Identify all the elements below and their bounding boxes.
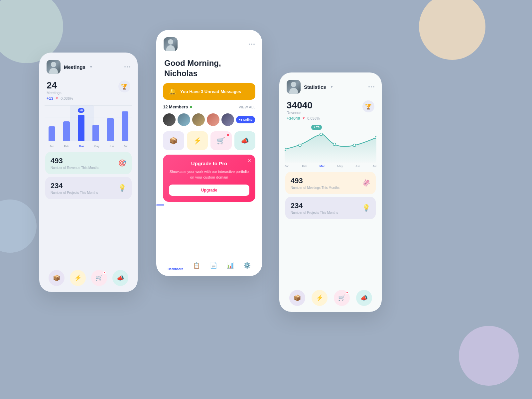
svg-point-1 bbox=[299, 144, 301, 147]
left-info-card-1: 493 Number of Revenue This Months 🎯 bbox=[45, 152, 132, 174]
center-tab-bar: ≡ Dashboard 📋 📄 📊 ⚙️ bbox=[156, 255, 262, 276]
qa-card-3[interactable]: 🛒 bbox=[210, 131, 232, 150]
left-info-label-1: Number of Revenue This Months bbox=[51, 166, 99, 170]
left-dropdown-icon[interactable]: ▾ bbox=[90, 65, 92, 69]
upgrade-close-btn[interactable]: ✕ bbox=[247, 158, 251, 163]
right-label-feb: Feb bbox=[302, 165, 307, 168]
right-info-icon-1: 🦑 bbox=[362, 179, 370, 187]
left-nav-icon-1[interactable]: 📦 bbox=[49, 270, 65, 286]
online-badge[interactable]: +8 Online bbox=[236, 116, 255, 123]
tab-indicator bbox=[156, 204, 164, 205]
members-online-dot bbox=[190, 106, 192, 108]
right-info-icon-2: 💡 bbox=[362, 204, 370, 212]
tab-dashboard-label: Dashboard bbox=[168, 267, 183, 271]
avatars-row: +8 Online bbox=[156, 113, 262, 126]
svg-point-2 bbox=[320, 133, 323, 136]
members-row: 12 Members VIEW ALL bbox=[156, 104, 262, 109]
left-stat-label: Meetings bbox=[47, 91, 73, 95]
members-count: 12 Members bbox=[163, 104, 188, 109]
line-chart-svg bbox=[285, 123, 376, 163]
center-greeting: Good Morning, Nicholas bbox=[156, 55, 262, 83]
right-nav-icon-4[interactable]: 📣 bbox=[356, 290, 372, 306]
left-info-icon-1: 🎯 bbox=[118, 159, 126, 167]
phone-center: Good Morning, Nicholas 🔔 You Have 3 Unre… bbox=[156, 30, 262, 276]
right-label-jan: Jan bbox=[285, 165, 290, 168]
svg-point-0 bbox=[285, 148, 286, 151]
center-greeting-line2: Nicholas bbox=[164, 68, 254, 78]
center-dots-menu[interactable] bbox=[249, 44, 255, 45]
right-change-pct: 0.036% bbox=[307, 116, 320, 120]
tab-calendar[interactable]: 📋 bbox=[193, 262, 200, 269]
right-stats: 34040 Revenue +34040 ▼ 0.036% 🏆 bbox=[279, 97, 382, 123]
center-greeting-line1: Good Morning, bbox=[164, 58, 254, 68]
qa-badge-3 bbox=[227, 134, 229, 136]
right-header: Statistics ▾ bbox=[279, 72, 382, 97]
upgrade-button[interactable]: Upgrade bbox=[169, 185, 249, 196]
svg-point-5 bbox=[375, 136, 376, 139]
member-avatar-2 bbox=[178, 113, 190, 126]
right-label-mar: Mar bbox=[320, 165, 325, 168]
bars-container: +8 bbox=[45, 105, 132, 141]
member-avatar-4 bbox=[207, 113, 219, 126]
right-line-chart: + 75 Jan Feb Mar May Jun Jul bbox=[279, 123, 382, 169]
tab-docs[interactable]: 📄 bbox=[210, 262, 217, 269]
right-bottom-nav: 📦 ⚡ 🛒 📣 bbox=[279, 290, 382, 306]
right-dots-menu[interactable] bbox=[368, 86, 374, 87]
left-stat-icon: 🏆 bbox=[118, 80, 130, 92]
right-header-left: Statistics ▾ bbox=[287, 80, 333, 94]
tab-settings[interactable]: ⚙️ bbox=[243, 262, 251, 269]
qa-icon-4: 📣 bbox=[241, 137, 249, 145]
member-avatar-3 bbox=[192, 113, 205, 126]
svg-point-3 bbox=[333, 143, 336, 146]
right-info-label-1: Number of Meetings This Months bbox=[291, 186, 339, 190]
message-text: You Have 3 Unread Messages bbox=[180, 89, 241, 94]
left-title: Meetings bbox=[64, 64, 85, 70]
tab-stats[interactable]: 📊 bbox=[226, 262, 234, 269]
right-nav-icon-2[interactable]: ⚡ bbox=[312, 290, 328, 306]
bar-label-jul: Jul bbox=[124, 145, 128, 148]
left-header: Meetings ▾ bbox=[39, 53, 138, 77]
qa-card-4[interactable]: 📣 bbox=[234, 131, 256, 150]
left-info-card-2: 234 Number of Projects This Months 💡 bbox=[45, 177, 132, 199]
tab-dashboard-icon: ≡ bbox=[174, 260, 178, 267]
left-nav-icon-3[interactable]: 🛒 bbox=[91, 270, 107, 286]
qa-icon-2: ⚡ bbox=[193, 137, 201, 145]
tab-stats-icon: 📊 bbox=[226, 262, 234, 269]
view-all-link[interactable]: VIEW ALL bbox=[239, 105, 255, 109]
tab-docs-icon: 📄 bbox=[210, 262, 217, 269]
bar-labels: Jan Feb Mar May Jun Jul bbox=[45, 145, 132, 148]
left-dots-menu[interactable] bbox=[124, 66, 130, 67]
upgrade-desc: Showcase your work with our interactive … bbox=[169, 169, 249, 180]
right-nav-icon-3[interactable]: 🛒 bbox=[334, 290, 350, 306]
bg-circle-br bbox=[459, 326, 519, 386]
center-header bbox=[156, 30, 262, 55]
member-avatar-1 bbox=[163, 113, 176, 126]
bar-label-mar: Mar bbox=[79, 145, 84, 148]
right-stat-label: Revenue bbox=[287, 111, 320, 115]
left-stat-number: 24 bbox=[47, 80, 73, 91]
right-info-num-2: 234 bbox=[291, 201, 338, 210]
qa-card-2[interactable]: ⚡ bbox=[187, 131, 208, 150]
bar-label-jun: Jun bbox=[109, 145, 114, 148]
right-info-card-2: 234 Number of Projects This Months 💡 bbox=[285, 197, 376, 219]
left-stat-change: +13 ▼ 0.036% bbox=[47, 96, 73, 101]
right-info-num-1: 493 bbox=[291, 177, 339, 185]
left-nav-icon-2[interactable]: ⚡ bbox=[70, 270, 86, 286]
right-stat-icon: 🏆 bbox=[362, 100, 374, 112]
right-chart-labels: Jan Feb Mar May Jun Jul bbox=[285, 165, 376, 168]
left-nav-icon-4[interactable]: 📣 bbox=[112, 270, 128, 286]
message-banner[interactable]: 🔔 You Have 3 Unread Messages bbox=[163, 83, 255, 100]
bar-badge: +8 bbox=[78, 108, 84, 113]
left-change-pct: 0.036% bbox=[61, 96, 73, 100]
right-change-arrow: ▼ bbox=[302, 116, 305, 120]
right-label-jun: Jun bbox=[355, 165, 360, 168]
qa-card-1[interactable]: 📦 bbox=[163, 131, 184, 150]
quick-actions: 📦 ⚡ 🛒 📣 bbox=[156, 131, 262, 150]
message-icon: 🔔 bbox=[169, 88, 176, 95]
tab-calendar-icon: 📋 bbox=[193, 262, 200, 269]
right-stat-number: 34040 bbox=[287, 100, 320, 111]
right-nav-icon-1[interactable]: 📦 bbox=[289, 290, 305, 306]
left-info-num-2: 234 bbox=[51, 182, 98, 190]
right-dropdown-icon[interactable]: ▾ bbox=[331, 85, 333, 89]
tab-dashboard[interactable]: ≡ Dashboard bbox=[168, 260, 183, 271]
